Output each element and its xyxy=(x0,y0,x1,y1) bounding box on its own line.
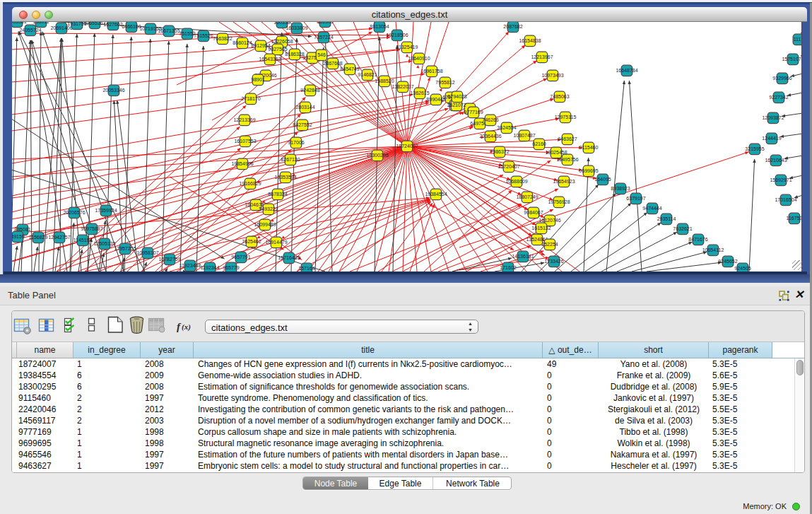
svg-text:164095: 164095 xyxy=(594,177,611,182)
svg-text:8678334: 8678334 xyxy=(268,192,287,197)
svg-text:18640910: 18640910 xyxy=(408,56,430,61)
svg-text:1733426: 1733426 xyxy=(544,259,563,264)
svg-text:f: f xyxy=(177,321,182,332)
svg-text:2935114: 2935114 xyxy=(657,216,676,221)
svg-text:116753: 116753 xyxy=(787,216,802,221)
svg-text:7632621: 7632621 xyxy=(673,226,692,231)
svg-text:99975887: 99975887 xyxy=(81,226,102,231)
svg-text:9327505: 9327505 xyxy=(268,47,287,52)
svg-text:3624554: 3624554 xyxy=(497,125,516,130)
svg-text:1145194: 1145194 xyxy=(73,238,93,243)
svg-text:12942757: 12942757 xyxy=(48,235,70,240)
svg-text:10958107: 10958107 xyxy=(136,250,158,255)
svg-text:1156829: 1156829 xyxy=(29,235,48,240)
svg-text:1005581: 1005581 xyxy=(12,22,27,24)
svg-text:14136141: 14136141 xyxy=(512,254,534,259)
svg-text:1527602: 1527602 xyxy=(103,22,122,27)
svg-text:16648784: 16648784 xyxy=(616,68,637,73)
svg-text:9463627: 9463627 xyxy=(558,136,577,141)
svg-text:24055724: 24055724 xyxy=(19,28,41,33)
svg-text:2718170: 2718170 xyxy=(241,96,260,101)
svg-text:1615132: 1615132 xyxy=(531,226,551,230)
svg-text:12975115: 12975115 xyxy=(555,115,577,119)
svg-text:8471676: 8471676 xyxy=(688,237,707,242)
svg-text:20691406: 20691406 xyxy=(50,25,72,30)
svg-text:17016504: 17016504 xyxy=(775,197,796,202)
svg-text:7485063: 7485063 xyxy=(550,94,569,99)
svg-text:98901: 98901 xyxy=(251,77,265,82)
svg-text:546: 546 xyxy=(317,52,326,57)
svg-text:20206576: 20206576 xyxy=(63,210,85,215)
svg-text:1244419: 1244419 xyxy=(762,136,781,141)
svg-text:9242848: 9242848 xyxy=(300,88,319,93)
svg-text:17359924: 17359924 xyxy=(95,208,117,213)
svg-text:7955812: 7955812 xyxy=(435,80,454,85)
svg-text:15720407: 15720407 xyxy=(498,164,519,169)
svg-text:13353594: 13353594 xyxy=(274,175,296,180)
svg-text:9777169: 9777169 xyxy=(464,110,483,115)
svg-text:8267130: 8267130 xyxy=(281,157,300,162)
svg-text:160338: 160338 xyxy=(273,22,290,25)
svg-text:16671355: 16671355 xyxy=(158,28,180,33)
svg-text:18807249: 18807249 xyxy=(516,194,538,199)
svg-text:12093872: 12093872 xyxy=(762,115,784,120)
svg-text:2803144: 2803144 xyxy=(295,105,314,110)
svg-text:16107553: 16107553 xyxy=(234,139,256,144)
svg-text:8186328: 8186328 xyxy=(285,52,304,57)
svg-text:0699695: 0699695 xyxy=(579,168,598,173)
svg-text:20053346: 20053346 xyxy=(102,88,124,93)
svg-text:7357224: 7357224 xyxy=(314,35,333,40)
svg-text:6794028: 6794028 xyxy=(447,94,466,99)
svg-text:171602: 171602 xyxy=(500,265,516,270)
svg-text:16495756: 16495756 xyxy=(556,157,578,162)
svg-text:881305: 881305 xyxy=(317,22,333,24)
svg-text:16033809: 16033809 xyxy=(286,25,307,30)
svg-text:8454749: 8454749 xyxy=(340,66,359,71)
svg-text:15716485: 15716485 xyxy=(278,255,300,260)
svg-text:19218506: 19218506 xyxy=(386,33,408,37)
svg-text:965779: 965779 xyxy=(223,265,239,270)
svg-text:(x): (x) xyxy=(182,322,191,332)
svg-text:12213369: 12213369 xyxy=(233,117,255,122)
svg-text:252254: 252254 xyxy=(541,242,558,247)
svg-text:9329966: 9329966 xyxy=(772,76,792,81)
svg-text:2867608: 2867608 xyxy=(323,61,342,66)
svg-text:751552: 751552 xyxy=(179,31,195,36)
svg-text:13226058: 13226058 xyxy=(271,39,293,44)
svg-text:16154838: 16154838 xyxy=(519,38,541,43)
svg-text:9146821: 9146821 xyxy=(358,72,377,77)
svg-text:18724007: 18724007 xyxy=(396,144,418,148)
svg-text:39159: 39159 xyxy=(12,234,25,239)
svg-text:1588520: 1588520 xyxy=(375,78,394,83)
svg-text:6466160: 6466160 xyxy=(122,24,141,29)
svg-text:3215955: 3215955 xyxy=(745,146,764,151)
svg-text:10655267: 10655267 xyxy=(83,22,105,25)
svg-text:16099489: 16099489 xyxy=(254,222,276,227)
svg-text:16120746: 16120746 xyxy=(539,218,560,223)
svg-text:7515526: 7515526 xyxy=(194,33,213,38)
svg-text:19384554: 19384554 xyxy=(425,192,447,197)
svg-text:1117: 1117 xyxy=(794,37,802,42)
svg-text:7625402: 7625402 xyxy=(242,239,261,244)
svg-text:9115460: 9115460 xyxy=(579,145,599,150)
svg-text:12505135: 12505135 xyxy=(93,241,115,246)
svg-text:17957255: 17957255 xyxy=(114,246,136,251)
svg-text:8427552: 8427552 xyxy=(293,122,312,127)
svg-text:5493222: 5493222 xyxy=(259,206,278,211)
svg-text:11923448: 11923448 xyxy=(180,263,201,268)
svg-text:157164: 157164 xyxy=(298,266,314,271)
svg-text:18300295: 18300295 xyxy=(366,153,388,158)
svg-text:2087682: 2087682 xyxy=(503,24,522,29)
svg-text:9084067: 9084067 xyxy=(524,210,543,215)
svg-text:198011: 198011 xyxy=(33,22,49,24)
svg-text:1362615: 1362615 xyxy=(410,90,429,95)
svg-text:7986372: 7986372 xyxy=(490,149,509,154)
svg-text:8660124: 8660124 xyxy=(233,40,252,45)
svg-text:6379197: 6379197 xyxy=(626,196,645,201)
svg-text:10973493: 10973493 xyxy=(541,73,563,78)
svg-text:10654112: 10654112 xyxy=(702,247,724,252)
svg-text:16782759: 16782759 xyxy=(158,257,180,262)
svg-text:9227342: 9227342 xyxy=(769,95,788,100)
svg-text:8938923: 8938923 xyxy=(611,186,630,191)
svg-text:16961758: 16961758 xyxy=(420,69,442,74)
